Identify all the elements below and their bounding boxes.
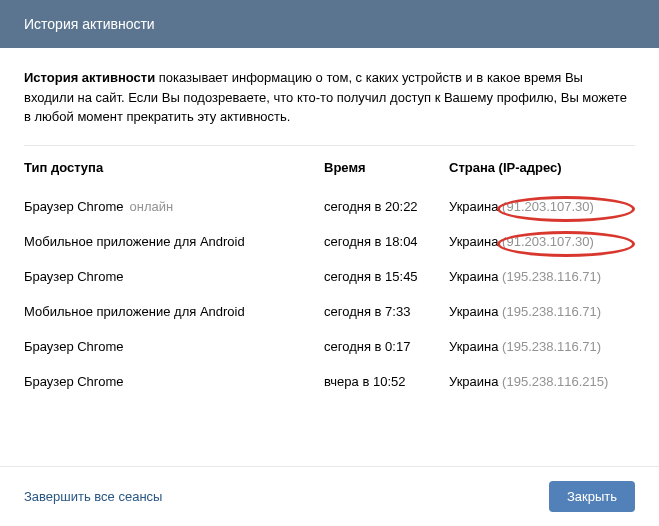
- country-label: Украина: [449, 234, 502, 249]
- country-label: Украина: [449, 269, 502, 284]
- session-time: сегодня в 7:33: [324, 304, 449, 319]
- close-button[interactable]: Закрыть: [549, 481, 635, 512]
- table-row: Мобильное приложение для Androidсегодня …: [24, 294, 635, 329]
- session-type-label: Браузер Chrome: [24, 374, 123, 389]
- ip-address: (91.203.107.30): [502, 199, 594, 214]
- online-status: онлайн: [129, 199, 173, 214]
- ip-address: (195.238.116.71): [502, 269, 601, 284]
- session-time: вчера в 10:52: [324, 374, 449, 389]
- table-row: Браузер Chromeсегодня в 0:17Украина (195…: [24, 329, 635, 364]
- session-type: Браузер Chrome: [24, 374, 324, 389]
- header-type: Тип доступа: [24, 160, 324, 175]
- country-label: Украина: [449, 374, 502, 389]
- sessions-table: Тип доступа Время Страна (IP-адрес) Брау…: [24, 160, 635, 399]
- session-type: Браузер Chrome: [24, 269, 324, 284]
- session-time: сегодня в 15:45: [324, 269, 449, 284]
- session-country: Украина (195.238.116.71): [449, 339, 635, 354]
- end-all-sessions-button[interactable]: Завершить все сеансы: [24, 489, 162, 504]
- ip-address: (91.203.107.30): [502, 234, 594, 249]
- ip-address: (195.238.116.71): [502, 339, 601, 354]
- modal-header: История активности: [0, 0, 659, 48]
- session-type-label: Браузер Chrome: [24, 339, 123, 354]
- ip-address: (195.238.116.71): [502, 304, 601, 319]
- session-time: сегодня в 20:22: [324, 199, 449, 214]
- table-row: Браузер Chromeвчера в 10:52Украина (195.…: [24, 364, 635, 399]
- session-type-label: Мобильное приложение для Android: [24, 304, 245, 319]
- header-country: Страна (IP-адрес): [449, 160, 635, 175]
- table-row: Мобильное приложение для Androidсегодня …: [24, 224, 635, 259]
- session-time: сегодня в 0:17: [324, 339, 449, 354]
- modal-body: История активности показывает информацию…: [0, 48, 659, 466]
- country-label: Украина: [449, 199, 502, 214]
- session-country: Украина (195.238.116.71): [449, 304, 635, 319]
- description-text: История активности показывает информацию…: [24, 68, 635, 127]
- country-label: Украина: [449, 339, 502, 354]
- session-country: Украина (91.203.107.30): [449, 234, 635, 249]
- session-type: Мобильное приложение для Android: [24, 304, 324, 319]
- table-header: Тип доступа Время Страна (IP-адрес): [24, 160, 635, 189]
- session-time: сегодня в 18:04: [324, 234, 449, 249]
- modal-footer: Завершить все сеансы Закрыть: [0, 466, 659, 526]
- session-type: Браузер Chrome: [24, 339, 324, 354]
- activity-history-modal: История активности История активности по…: [0, 0, 659, 526]
- ip-address: (195.238.116.215): [502, 374, 608, 389]
- session-type-label: Мобильное приложение для Android: [24, 234, 245, 249]
- modal-title: История активности: [24, 16, 155, 32]
- session-type-label: Браузер Chrome: [24, 199, 123, 214]
- table-row: Браузер Chromeонлайнсегодня в 20:22Украи…: [24, 189, 635, 224]
- description-bold: История активности: [24, 70, 155, 85]
- country-label: Украина: [449, 304, 502, 319]
- session-type: Браузер Chromeонлайн: [24, 199, 324, 214]
- session-type: Мобильное приложение для Android: [24, 234, 324, 249]
- table-row: Браузер Chromeсегодня в 15:45Украина (19…: [24, 259, 635, 294]
- divider: [24, 145, 635, 146]
- session-country: Украина (195.238.116.215): [449, 374, 635, 389]
- session-country: Украина (195.238.116.71): [449, 269, 635, 284]
- session-type-label: Браузер Chrome: [24, 269, 123, 284]
- session-country: Украина (91.203.107.30): [449, 199, 635, 214]
- header-time: Время: [324, 160, 449, 175]
